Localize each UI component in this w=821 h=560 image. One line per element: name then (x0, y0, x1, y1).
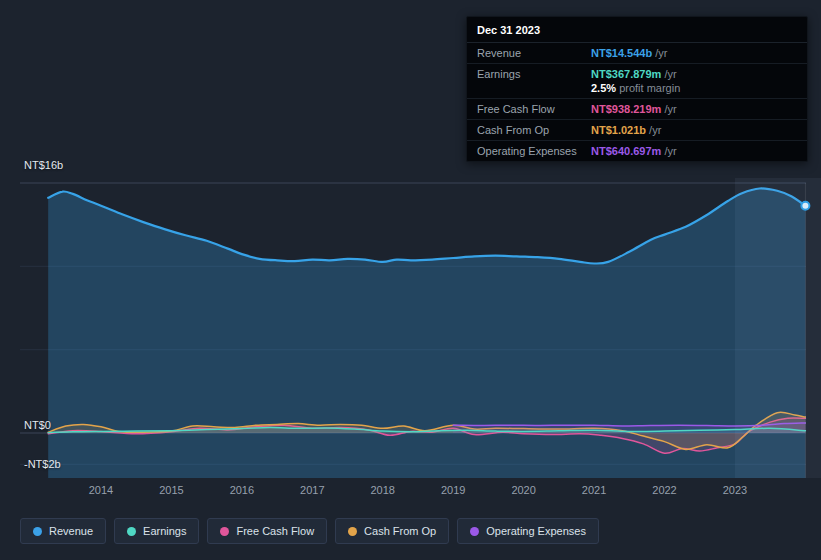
tooltip-label-cash-from-op: Cash From Op (477, 124, 591, 136)
legend-item-operating-expenses[interactable]: Operating Expenses (457, 518, 599, 544)
x-axis-label: 2020 (494, 484, 554, 496)
stock-financials-chart-page: NT$16b NT$0 -NT$2b 201420152016201720182… (0, 0, 821, 560)
operating-expenses-series-dot-icon (470, 527, 479, 536)
legend-item-revenue[interactable]: Revenue (20, 518, 106, 544)
legend-label: Cash From Op (364, 525, 436, 537)
x-axis-label: 2022 (635, 484, 695, 496)
tooltip-value-cash-from-op: NT$1.021b /yr (591, 124, 797, 136)
revenue-end-marker (801, 202, 809, 210)
tooltip-value-earnings: NT$367.879m /yr 2.5% profit margin (591, 68, 797, 94)
x-axis-label: 2017 (282, 484, 342, 496)
tooltip-row-free-cash-flow: Free Cash Flow NT$938.219m /yr (467, 99, 807, 120)
x-axis-label: 2016 (212, 484, 272, 496)
chart-tooltip: Dec 31 2023 Revenue NT$14.544b /yr Earni… (466, 16, 808, 162)
legend-item-free-cash-flow[interactable]: Free Cash Flow (207, 518, 327, 544)
revenue-series-dot-icon (33, 527, 42, 536)
y-axis-label-bottom: -NT$2b (24, 458, 61, 470)
tooltip-date: Dec 31 2023 (467, 17, 807, 43)
free-cash-flow-series-dot-icon (220, 527, 229, 536)
profit-margin: 2.5% profit margin (591, 82, 797, 94)
legend-item-earnings[interactable]: Earnings (114, 518, 199, 544)
x-axis-label: 2019 (423, 484, 483, 496)
tooltip-value-operating-expenses: NT$640.697m /yr (591, 145, 797, 157)
legend-item-cash-from-op[interactable]: Cash From Op (335, 518, 449, 544)
y-axis-label-zero: NT$0 (24, 419, 51, 431)
y-axis-label-top: NT$16b (24, 159, 63, 171)
chart-legend: Revenue Earnings Free Cash Flow Cash Fro… (20, 518, 599, 544)
tooltip-row-revenue: Revenue NT$14.544b /yr (467, 43, 807, 64)
x-axis-label: 2021 (564, 484, 624, 496)
tooltip-row-cash-from-op: Cash From Op NT$1.021b /yr (467, 120, 807, 141)
x-axis-label: 2014 (71, 484, 131, 496)
legend-label: Operating Expenses (486, 525, 586, 537)
cash-from-op-series-dot-icon (348, 527, 357, 536)
legend-label: Revenue (49, 525, 93, 537)
earnings-series-dot-icon (127, 527, 136, 536)
legend-label: Earnings (143, 525, 186, 537)
x-axis-label: 2018 (353, 484, 413, 496)
tooltip-row-operating-expenses: Operating Expenses NT$640.697m /yr (467, 141, 807, 161)
x-axis-label: 2023 (705, 484, 765, 496)
tooltip-row-earnings: Earnings NT$367.879m /yr 2.5% profit mar… (467, 64, 807, 99)
tooltip-value-free-cash-flow: NT$938.219m /yr (591, 103, 797, 115)
x-axis-label: 2015 (141, 484, 201, 496)
tooltip-label-earnings: Earnings (477, 68, 591, 80)
tooltip-label-operating-expenses: Operating Expenses (477, 145, 591, 157)
tooltip-label-free-cash-flow: Free Cash Flow (477, 103, 591, 115)
tooltip-value-revenue: NT$14.544b /yr (591, 47, 797, 59)
legend-label: Free Cash Flow (236, 525, 314, 537)
tooltip-label-revenue: Revenue (477, 47, 591, 59)
